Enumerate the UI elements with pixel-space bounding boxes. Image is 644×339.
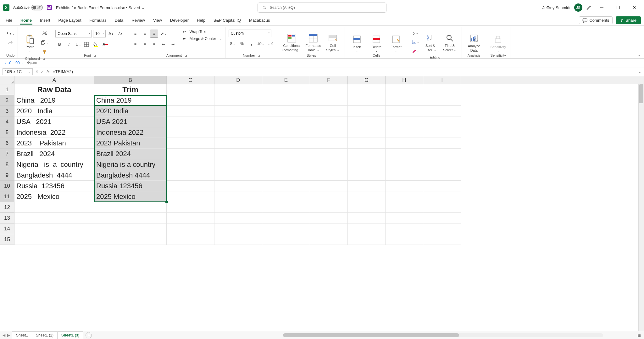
row-header[interactable]: 7 bbox=[0, 149, 14, 159]
font-size-select[interactable] bbox=[93, 30, 106, 37]
cell[interactable] bbox=[386, 202, 423, 213]
row-header[interactable]: 15 bbox=[0, 234, 14, 245]
decrease-font-button[interactable]: A▼ bbox=[116, 30, 125, 38]
align-center-button[interactable]: ≡ bbox=[141, 40, 149, 48]
cell[interactable] bbox=[214, 202, 262, 213]
row-header[interactable]: 13 bbox=[0, 213, 14, 223]
cell[interactable] bbox=[167, 234, 214, 245]
cell[interactable] bbox=[386, 127, 423, 138]
cell[interactable] bbox=[94, 202, 167, 213]
cell[interactable] bbox=[214, 138, 262, 149]
cell[interactable]: Brazil 2024 bbox=[94, 149, 167, 159]
sheet-nav-prev[interactable]: ◀ bbox=[3, 333, 5, 337]
cell[interactable]: 2020 India bbox=[14, 106, 94, 116]
row-header[interactable]: 11 bbox=[0, 191, 14, 202]
align-top-button[interactable]: ≡ bbox=[131, 30, 139, 38]
cell[interactable] bbox=[214, 149, 262, 159]
cut-button[interactable] bbox=[41, 29, 49, 37]
cell[interactable] bbox=[167, 223, 214, 234]
sort-filter-button[interactable]: AZSort &Filter ⌄ bbox=[421, 28, 439, 52]
autosave-toggle[interactable]: AutoSave Off bbox=[13, 5, 43, 10]
cell[interactable]: Indonesia 2022 bbox=[14, 127, 94, 138]
horizontal-scrollbar[interactable] bbox=[283, 333, 603, 337]
col-header-e[interactable]: E bbox=[262, 76, 310, 84]
tab-view[interactable]: View bbox=[153, 16, 163, 25]
cell[interactable] bbox=[423, 84, 461, 95]
cell[interactable] bbox=[262, 202, 310, 213]
cell[interactable] bbox=[310, 138, 348, 149]
tab-data[interactable]: Data bbox=[114, 16, 124, 25]
cell[interactable] bbox=[348, 95, 386, 106]
cell[interactable] bbox=[262, 95, 310, 106]
row-header[interactable]: 9 bbox=[0, 170, 14, 181]
insert-cells-button[interactable]: Insert⌄ bbox=[348, 28, 366, 52]
cell[interactable] bbox=[348, 213, 386, 223]
cell[interactable] bbox=[310, 127, 348, 138]
cell[interactable]: Trim bbox=[94, 84, 167, 95]
cell[interactable] bbox=[214, 127, 262, 138]
minimize-button[interactable] bbox=[596, 3, 608, 13]
paste-button[interactable]: Paste⌄ bbox=[21, 28, 39, 52]
quick-bar-dropdown[interactable]: �равн bbox=[27, 61, 37, 65]
file-title[interactable]: Exhibits for Basic Excel Formulas.xlsx •… bbox=[56, 5, 145, 10]
font-name-select[interactable] bbox=[55, 30, 92, 37]
tab-help[interactable]: Help bbox=[196, 16, 206, 25]
cell[interactable] bbox=[262, 127, 310, 138]
cell[interactable] bbox=[310, 213, 348, 223]
cell[interactable]: China 2019 bbox=[94, 95, 167, 106]
find-select-button[interactable]: Find &Select ⌄ bbox=[441, 28, 458, 52]
collapse-ribbon-icon[interactable]: ⌄ bbox=[638, 53, 641, 57]
row-header[interactable]: 1 bbox=[0, 84, 14, 95]
pen-icon[interactable] bbox=[586, 5, 592, 10]
row-header[interactable]: 4 bbox=[0, 116, 14, 127]
cell[interactable] bbox=[386, 84, 423, 95]
col-header-i[interactable]: I bbox=[423, 76, 461, 84]
increase-decimal-quick[interactable]: ←.0 bbox=[4, 61, 11, 65]
increase-decimal-button[interactable]: .00→ bbox=[257, 40, 265, 48]
col-header-h[interactable]: H bbox=[386, 76, 423, 84]
share-button[interactable]: ⇪ Share bbox=[616, 16, 641, 24]
cell[interactable] bbox=[167, 191, 214, 202]
cell[interactable] bbox=[348, 127, 386, 138]
cell[interactable] bbox=[167, 138, 214, 149]
cell[interactable] bbox=[348, 170, 386, 181]
col-header-f[interactable]: F bbox=[310, 76, 348, 84]
cell[interactable] bbox=[348, 159, 386, 170]
row-header[interactable]: 3 bbox=[0, 106, 14, 116]
orientation-button[interactable]: ⤢ bbox=[159, 30, 168, 38]
spreadsheet-grid[interactable]: A B C D E F G H I 1Raw DataTrim2China 20… bbox=[0, 76, 644, 331]
increase-font-button[interactable]: A▲ bbox=[107, 30, 115, 38]
cell[interactable] bbox=[423, 213, 461, 223]
display-settings-icon[interactable]: ▦ bbox=[637, 333, 641, 337]
cell[interactable] bbox=[386, 234, 423, 245]
italic-button[interactable]: I bbox=[65, 40, 73, 48]
cell[interactable] bbox=[386, 116, 423, 127]
cell[interactable] bbox=[14, 213, 94, 223]
cell[interactable] bbox=[386, 138, 423, 149]
cell[interactable] bbox=[310, 159, 348, 170]
cell[interactable]: Bangladesh 4444 bbox=[14, 170, 94, 181]
cell[interactable] bbox=[310, 223, 348, 234]
tab-developer[interactable]: Developer bbox=[169, 16, 189, 25]
cell[interactable] bbox=[214, 234, 262, 245]
merge-center-button[interactable]: ⬌ Merge & Center ⌄ bbox=[183, 37, 222, 41]
cell[interactable] bbox=[94, 234, 167, 245]
cell[interactable] bbox=[14, 223, 94, 234]
cell[interactable]: Russia 123456 bbox=[14, 181, 94, 191]
cell[interactable] bbox=[386, 95, 423, 106]
align-left-button[interactable]: ≡ bbox=[131, 40, 139, 48]
cell[interactable] bbox=[214, 159, 262, 170]
cell-styles-button[interactable]: CellStyles ⌄ bbox=[324, 28, 341, 52]
decrease-decimal-button[interactable]: ←.0 bbox=[266, 40, 275, 48]
autosum-button[interactable]: ∑ bbox=[411, 29, 419, 37]
cell[interactable]: USA 2021 bbox=[94, 116, 167, 127]
decrease-decimal-quick[interactable]: .00→ bbox=[14, 61, 24, 65]
sheet-tab-3[interactable]: Sheet1 (3) bbox=[57, 331, 83, 339]
accounting-format-button[interactable]: $ bbox=[229, 40, 237, 48]
cell[interactable] bbox=[167, 202, 214, 213]
cell[interactable] bbox=[386, 170, 423, 181]
dialog-launcher-icon[interactable]: ◢ bbox=[94, 54, 96, 57]
fx-icon[interactable]: fx bbox=[47, 69, 50, 74]
format-cells-button[interactable]: Format⌄ bbox=[387, 28, 405, 52]
cell[interactable] bbox=[423, 138, 461, 149]
